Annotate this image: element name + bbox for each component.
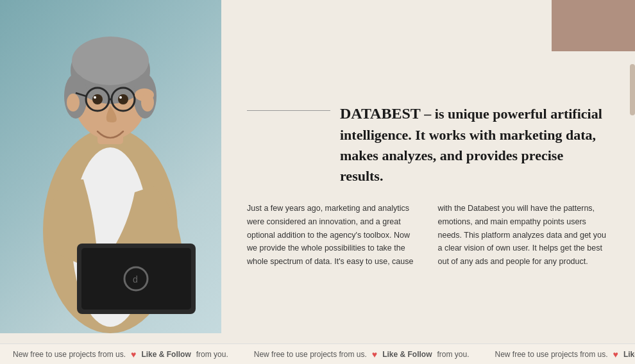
svg-point-5 — [72, 37, 149, 85]
brand-name: DATABEST — [340, 105, 421, 122]
scroll-indicator[interactable] — [630, 64, 635, 115]
description-col1: Just a few years ago, marketing and anal… — [247, 202, 419, 268]
ticker-after-text: from you. — [196, 350, 228, 359]
description-col2: with the Databest you will have the patt… — [438, 202, 610, 268]
main-heading: DATABEST – is unique powerful artificial… — [340, 103, 609, 186]
ticker-after-text: from you. — [437, 350, 469, 359]
photo-background: d — [0, 0, 221, 333]
ticker-item: New free to use projects from us. ♥ Like… — [0, 349, 241, 360]
ticker-bar: New free to use projects from us. ♥ Like… — [0, 343, 635, 364]
person-illustration: d — [0, 0, 221, 333]
title-area: DATABEST – is unique powerful artificial… — [247, 103, 609, 186]
decorative-line — [247, 110, 330, 111]
ticker-item: New free to use projects from us. ♥ Like… — [482, 349, 636, 360]
heart-icon: ♥ — [372, 349, 377, 360]
svg-text:d: d — [133, 274, 138, 285]
decorative-rectangle — [552, 0, 635, 51]
ticker-bold-text: Like & Follow — [623, 350, 635, 359]
content-section: DATABEST – is unique powerful artificial… — [221, 0, 635, 364]
photo-section: d — [0, 0, 221, 333]
ticker-normal-text: New free to use projects from us. — [254, 350, 367, 359]
svg-point-18 — [67, 94, 80, 112]
svg-point-19 — [141, 94, 154, 112]
ticker-bold-text: Like & Follow — [382, 350, 432, 359]
ticker-item: New free to use projects from us. ♥ Like… — [241, 349, 482, 360]
ticker-bold-text: Like & Follow — [141, 350, 190, 359]
svg-point-9 — [92, 94, 103, 104]
heart-icon: ♥ — [613, 349, 618, 360]
svg-point-10 — [94, 96, 96, 99]
description-columns: Just a few years ago, marketing and anal… — [247, 202, 609, 268]
svg-point-12 — [118, 94, 128, 104]
heart-icon: ♥ — [131, 349, 136, 360]
ticker-normal-text: New free to use projects from us. — [13, 350, 126, 359]
svg-point-13 — [119, 96, 122, 99]
ticker-normal-text: New free to use projects from us. — [495, 350, 608, 359]
ticker-content: New free to use projects from us. ♥ Like… — [0, 349, 635, 360]
